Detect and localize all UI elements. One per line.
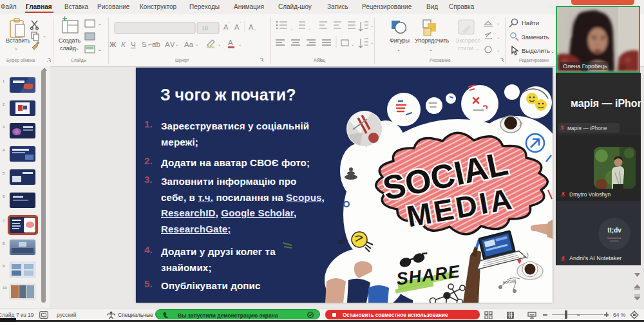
svg-text:S: S xyxy=(142,41,147,48)
svg-text:⌄: ⌄ xyxy=(75,46,79,50)
svg-text:⌄: ⌄ xyxy=(497,21,500,25)
svg-text:⌣: ⌣ xyxy=(254,27,257,32)
svg-text:⌄: ⌄ xyxy=(238,42,242,46)
svg-text:стили ⌄: стили ⌄ xyxy=(458,45,480,52)
svg-text:⌄: ⌄ xyxy=(175,42,178,46)
svg-text:А: А xyxy=(249,23,254,31)
svg-text:⌄: ⌄ xyxy=(497,35,500,39)
svg-text:Олена Горобець: Олена Горобець xyxy=(563,63,607,70)
svg-text:⌄: ⌄ xyxy=(98,21,102,26)
svg-text:⌄: ⌄ xyxy=(351,42,354,46)
svg-text:Создать: Создать xyxy=(59,37,81,44)
svg-text:o!: o! xyxy=(337,235,347,247)
svg-text:АV: АV xyxy=(165,41,175,48)
svg-text:Выделить: Выделить xyxy=(522,47,550,54)
svg-text:⌄: ⌄ xyxy=(14,46,18,50)
svg-text:⌄: ⌄ xyxy=(308,26,311,31)
svg-text:Вставить: Вставить xyxy=(6,37,30,44)
svg-text:слайд: слайд xyxy=(60,45,77,52)
svg-text:⌄: ⌄ xyxy=(290,26,293,31)
svg-text:Ж: Ж xyxy=(109,41,117,48)
svg-text:Экспресс-: Экспресс- xyxy=(455,37,482,44)
svg-text:⌄: ⌄ xyxy=(43,33,46,38)
svg-text:⌄: ⌄ xyxy=(429,47,433,52)
svg-text:А: А xyxy=(234,23,240,31)
svg-text:ab: ab xyxy=(152,41,160,48)
svg-text:Аа: Аа xyxy=(184,41,194,48)
svg-text:Фигуры: Фигуры xyxy=(390,37,410,44)
svg-text:⌄: ⌄ xyxy=(397,47,401,52)
svg-text:К: К xyxy=(121,41,126,48)
svg-text:Упорядочить: Упорядочить xyxy=(415,37,450,44)
svg-text:⌄: ⌄ xyxy=(195,42,198,46)
svg-text:tt;dv: tt;dv xyxy=(607,227,621,234)
svg-text:ˇ: ˇ xyxy=(240,22,242,26)
svg-text:ˆ: ˆ xyxy=(229,22,231,26)
svg-text:⌄: ⌄ xyxy=(497,48,500,52)
svg-text:А: А xyxy=(223,23,229,31)
svg-text:⌄: ⌄ xyxy=(370,40,374,44)
svg-text:Ч: Ч xyxy=(131,41,136,48)
svg-text:Найти: Найти xyxy=(522,19,539,26)
svg-text:⌄: ⌄ xyxy=(551,49,554,53)
svg-text:⌄: ⌄ xyxy=(218,42,221,46)
svg-text:А: А xyxy=(228,39,233,46)
svg-text:18: 18 xyxy=(202,25,208,32)
svg-text:⌄: ⌄ xyxy=(98,47,102,52)
svg-text:⌄: ⌄ xyxy=(370,23,374,28)
svg-text:Заменить: Заменить xyxy=(522,33,549,41)
